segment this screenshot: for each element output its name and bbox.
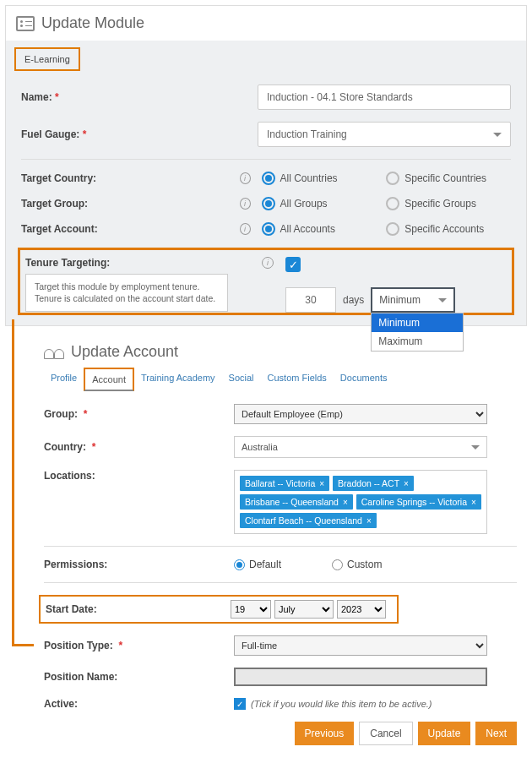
tenure-label: Tenure Targeting: bbox=[25, 257, 262, 269]
group-select[interactable]: Default Employee (Emp) bbox=[234, 404, 487, 424]
divider bbox=[21, 159, 511, 160]
fuel-gauge-select[interactable]: Induction Training bbox=[258, 122, 511, 147]
name-label: Name: * bbox=[21, 91, 258, 103]
cancel-button[interactable]: Cancel bbox=[359, 722, 412, 745]
annotation-connector-horizontal bbox=[12, 644, 35, 646]
divider bbox=[44, 546, 517, 547]
info-icon[interactable]: i bbox=[240, 172, 251, 184]
radio-specific-accounts[interactable]: Specific Accounts bbox=[386, 222, 511, 236]
module-header: Update Module bbox=[6, 6, 526, 41]
permissions-label: Permissions: bbox=[44, 559, 234, 570]
account-title: Update Account bbox=[71, 343, 178, 361]
next-button[interactable]: Next bbox=[475, 722, 517, 745]
radio-all-accounts[interactable]: All Accounts bbox=[262, 222, 387, 236]
location-tag[interactable]: Brisbane -- Queensland× bbox=[240, 494, 353, 510]
users-icon bbox=[44, 346, 64, 359]
target-country-label: Target Country: bbox=[21, 172, 240, 184]
location-tag[interactable]: Clontarf Beach -- Queensland× bbox=[240, 513, 377, 528]
radio-specific-groups[interactable]: Specific Groups bbox=[386, 197, 511, 210]
radio-default[interactable]: Default bbox=[234, 559, 281, 570]
tab-account[interactable]: Account bbox=[84, 368, 134, 391]
target-group-label: Target Group: bbox=[21, 198, 240, 210]
locations-multiselect[interactable]: Ballarat -- Victoria× Braddon -- ACT× Br… bbox=[234, 470, 487, 534]
active-label: Active: bbox=[44, 698, 234, 710]
chevron-down-icon bbox=[471, 445, 480, 450]
days-label: days bbox=[343, 294, 364, 306]
radio-specific-countries[interactable]: Specific Countries bbox=[386, 172, 511, 185]
info-icon[interactable]: i bbox=[262, 257, 274, 269]
info-icon[interactable]: i bbox=[240, 223, 251, 235]
tab-social[interactable]: Social bbox=[222, 368, 261, 391]
name-input[interactable] bbox=[258, 84, 511, 110]
update-module-panel: Update Module E-Learning Name: * Fuel Ga… bbox=[5, 5, 527, 326]
country-select[interactable]: Australia bbox=[234, 436, 487, 458]
update-account-panel: Update Account Profile Account Training … bbox=[34, 335, 527, 754]
position-type-select[interactable]: Full-time bbox=[234, 635, 487, 656]
close-icon[interactable]: × bbox=[319, 479, 324, 488]
radio-all-countries[interactable]: All Countries bbox=[262, 172, 387, 185]
start-date-month[interactable]: July bbox=[274, 600, 334, 619]
tenure-minmax-select[interactable]: Minimum bbox=[371, 287, 455, 313]
tab-training-academy[interactable]: Training Academy bbox=[134, 368, 222, 391]
active-checkbox[interactable]: ✓ bbox=[234, 698, 246, 710]
tenure-targeting-highlight: Tenure Targeting: Target this module by … bbox=[18, 248, 514, 315]
annotation-connector-vertical bbox=[12, 319, 14, 646]
radio-all-groups[interactable]: All Groups bbox=[262, 197, 387, 210]
location-tag[interactable]: Ballarat -- Victoria× bbox=[240, 476, 329, 491]
info-icon[interactable]: i bbox=[240, 198, 251, 210]
divider bbox=[44, 582, 517, 583]
tab-documents[interactable]: Documents bbox=[334, 368, 394, 391]
locations-label: Locations: bbox=[44, 470, 234, 482]
start-date-highlight: Start Date: 19 July 2023 bbox=[39, 595, 399, 624]
target-account-label: Target Account: bbox=[21, 223, 240, 235]
close-icon[interactable]: × bbox=[471, 498, 476, 507]
radio-custom[interactable]: Custom bbox=[332, 559, 382, 570]
start-date-day[interactable]: 19 bbox=[231, 600, 271, 619]
active-note: (Tick if you would like this item to be … bbox=[251, 699, 432, 709]
account-tabs: Profile Account Training Academy Social … bbox=[44, 368, 517, 392]
tenure-days-input[interactable] bbox=[285, 287, 336, 313]
fuel-gauge-label: Fuel Gauge: * bbox=[21, 128, 258, 140]
chevron-down-icon bbox=[438, 298, 447, 303]
tab-elearning[interactable]: E-Learning bbox=[14, 47, 80, 71]
tenure-tooltip: Target this module by employment tenure.… bbox=[25, 274, 228, 312]
tenure-minmax-dropdown: Minimum Maximum bbox=[371, 313, 464, 352]
previous-button[interactable]: Previous bbox=[295, 722, 355, 745]
module-icon bbox=[16, 16, 35, 31]
dropdown-option-maximum[interactable]: Maximum bbox=[372, 332, 463, 351]
start-date-year[interactable]: 2023 bbox=[337, 600, 386, 619]
location-tag[interactable]: Caroline Springs -- Victoria× bbox=[356, 494, 481, 510]
tab-custom-fields[interactable]: Custom Fields bbox=[261, 368, 334, 391]
close-icon[interactable]: × bbox=[366, 516, 372, 526]
close-icon[interactable]: × bbox=[343, 498, 348, 507]
tenure-checkbox[interactable]: ✓ bbox=[285, 257, 301, 272]
module-title: Update Module bbox=[41, 14, 144, 32]
tab-profile[interactable]: Profile bbox=[44, 368, 84, 391]
chevron-down-icon bbox=[493, 133, 502, 137]
start-date-label: Start Date: bbox=[46, 603, 231, 615]
position-name-label: Position Name: bbox=[44, 671, 234, 683]
location-tag[interactable]: Braddon -- ACT× bbox=[333, 476, 414, 491]
position-type-label: Position Type: * bbox=[44, 640, 234, 651]
position-name-input[interactable] bbox=[234, 668, 487, 686]
close-icon[interactable]: × bbox=[404, 479, 409, 488]
group-label: Group: * bbox=[44, 408, 234, 420]
country-label: Country: * bbox=[44, 441, 234, 453]
update-button[interactable]: Update bbox=[418, 722, 471, 745]
dropdown-option-minimum[interactable]: Minimum bbox=[372, 313, 463, 332]
fuel-gauge-value: Induction Training bbox=[267, 128, 347, 140]
